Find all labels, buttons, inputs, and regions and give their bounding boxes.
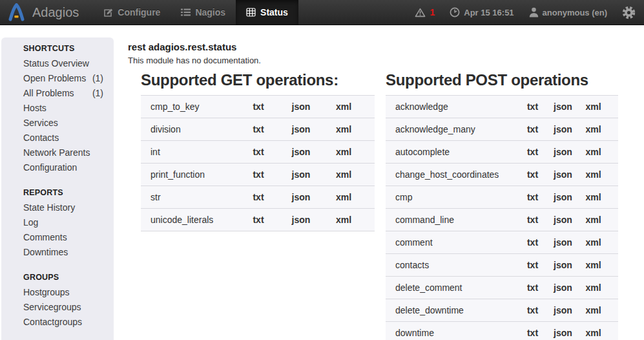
txt-link[interactable]: txt (237, 124, 280, 134)
sidebar-item-label: Log (23, 215, 38, 230)
sidebar-item-status-overview[interactable]: Status Overview (23, 56, 114, 71)
clock-indicator[interactable]: Apr 15 16:51 (450, 7, 514, 17)
xml-link[interactable]: xml (578, 237, 608, 248)
alerts-indicator[interactable]: 1 (415, 7, 435, 17)
xml-link[interactable]: xml (578, 101, 608, 112)
operation-row: cmptxtjsonxml (386, 186, 618, 209)
nav-item-nagios[interactable]: Nagios (171, 0, 236, 25)
sidebar-item-comments[interactable]: Comments (23, 230, 114, 245)
xml-link[interactable]: xml (578, 124, 608, 134)
sidebar-item-state-history[interactable]: State History (23, 200, 114, 215)
txt-link[interactable]: txt (517, 237, 548, 248)
operation-name: comment (395, 237, 517, 248)
xml-link[interactable]: xml (322, 215, 365, 225)
sidebar-item-hosts[interactable]: Hosts (23, 101, 114, 116)
txt-link[interactable]: txt (517, 192, 548, 202)
json-link[interactable]: json (280, 169, 322, 180)
txt-link[interactable]: txt (517, 215, 548, 225)
sidebar-item-label: Configuration (23, 160, 77, 175)
json-link[interactable]: json (548, 215, 578, 225)
xml-link[interactable]: xml (322, 169, 365, 180)
xml-link[interactable]: xml (322, 147, 365, 157)
json-link[interactable]: json (548, 260, 578, 270)
operation-row: delete_commenttxtjsonxml (386, 277, 618, 299)
sidebar-item-hostgroups[interactable]: Hostgroups (23, 285, 114, 300)
sidebar-item-count: (1) (92, 86, 103, 101)
post-operations-section: Supported POST operations acknowledgetxt… (386, 71, 618, 340)
txt-link[interactable]: txt (517, 260, 548, 270)
sidebar-item-label: Contacts (23, 131, 59, 145)
xml-link[interactable]: xml (578, 192, 608, 202)
txt-link[interactable]: txt (517, 124, 548, 134)
sidebar-item-label: Comments (23, 230, 67, 245)
txt-link[interactable]: txt (237, 169, 280, 180)
sidebar-item-services[interactable]: Services (23, 116, 114, 131)
sidebar-item-configuration[interactable]: Configuration (23, 160, 114, 175)
xml-link[interactable]: xml (322, 124, 365, 134)
operation-name: contacts (395, 260, 517, 270)
brand[interactable]: Adagios (0, 0, 93, 25)
xml-link[interactable]: xml (578, 215, 608, 225)
sidebar-item-all-problems[interactable]: All Problems(1) (23, 86, 114, 101)
get-operations-heading: Supported GET operations: (141, 71, 375, 89)
txt-link[interactable]: txt (517, 282, 548, 293)
nav-item-status[interactable]: Status (236, 0, 298, 25)
txt-link[interactable]: txt (517, 147, 548, 157)
gear-icon (622, 6, 636, 19)
sidebar-item-downtimes[interactable]: Downtimes (23, 245, 114, 260)
json-link[interactable]: json (280, 215, 322, 225)
post-operations-table: acknowledgetxtjsonxmlacknowledge_manytxt… (386, 95, 618, 340)
operation-row: downtimetxtjsonxml (386, 322, 618, 340)
sidebar-item-network-parents[interactable]: Network Parents (23, 145, 114, 160)
sidebar-item-label: Downtimes (23, 245, 68, 260)
xml-link[interactable]: xml (322, 101, 365, 112)
xml-link[interactable]: xml (578, 282, 608, 293)
sidebar-section-header: REPORTS (23, 186, 114, 200)
operations-sections: Supported GET operations: cmp_to_keytxtj… (141, 71, 644, 340)
txt-link[interactable]: txt (237, 192, 280, 202)
json-link[interactable]: json (548, 192, 578, 202)
json-link[interactable]: json (548, 147, 578, 157)
sidebar-item-servicegroups[interactable]: Servicegroups (23, 300, 114, 315)
operation-name: acknowledge (395, 101, 517, 112)
alert-count: 1 (430, 7, 435, 17)
txt-link[interactable]: txt (517, 328, 548, 338)
json-link[interactable]: json (548, 305, 578, 315)
json-link[interactable]: json (548, 328, 578, 338)
operation-name: downtime (395, 328, 517, 338)
sidebar-item-log[interactable]: Log (23, 215, 114, 230)
txt-link[interactable]: txt (517, 101, 548, 112)
json-link[interactable]: json (548, 101, 578, 112)
txt-link[interactable]: txt (237, 101, 280, 112)
json-link[interactable]: json (280, 101, 322, 112)
nav-item-label: Nagios (195, 7, 225, 17)
sidebar-item-contacts[interactable]: Contacts (23, 131, 114, 145)
xml-link[interactable]: xml (578, 147, 608, 157)
json-link[interactable]: json (280, 147, 322, 157)
sidebar-item-label: Services (23, 116, 58, 131)
txt-link[interactable]: txt (237, 215, 280, 225)
settings-button[interactable] (622, 6, 636, 19)
json-link[interactable]: json (280, 124, 322, 134)
json-link[interactable]: json (548, 169, 578, 180)
xml-link[interactable]: xml (322, 192, 365, 202)
operation-row: acknowledgetxtjsonxml (386, 96, 618, 118)
txt-link[interactable]: txt (517, 305, 548, 315)
xml-link[interactable]: xml (578, 260, 608, 270)
txt-link[interactable]: txt (517, 169, 548, 180)
xml-link[interactable]: xml (578, 169, 608, 180)
operation-row: strtxtjsonxml (141, 186, 375, 209)
json-link[interactable]: json (548, 282, 578, 293)
xml-link[interactable]: xml (578, 328, 608, 338)
json-link[interactable]: json (548, 124, 578, 134)
page-subtitle: This module has no documentation. (128, 56, 644, 66)
json-link[interactable]: json (548, 237, 578, 248)
xml-link[interactable]: xml (578, 305, 608, 315)
sidebar-item-open-problems[interactable]: Open Problems(1) (23, 71, 114, 86)
txt-link[interactable]: txt (237, 147, 280, 157)
json-link[interactable]: json (280, 192, 322, 202)
sidebar-item-contactgroups[interactable]: Contactgroups (23, 315, 114, 330)
user-menu[interactable]: anonymous (en) (529, 7, 607, 17)
nav-item-configure[interactable]: Configure (93, 0, 171, 25)
operation-row: delete_downtimetxtjsonxml (386, 299, 618, 322)
